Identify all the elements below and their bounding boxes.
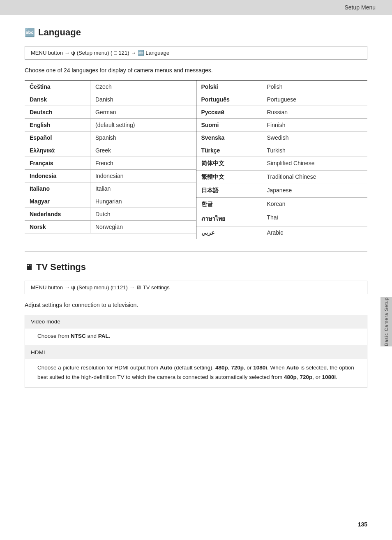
table-row: Español Spanish: [25, 132, 196, 144]
page-number: 135: [358, 521, 367, 528]
language-right-column: Polski Polish Português Portuguese Русск…: [196, 81, 368, 239]
lang-native: 한글: [196, 198, 262, 211]
lang-english: Indonesian: [90, 170, 196, 182]
lang-english: Dutch: [90, 208, 196, 220]
720p2-bold: 720p: [300, 374, 312, 380]
table-row: 简体中文 Simplified Chinese: [196, 157, 368, 171]
lang-native: Ελληνικά: [25, 144, 90, 157]
table-row: ภาษาไทย Thai: [196, 211, 368, 226]
table-row: Deutsch German: [25, 106, 196, 119]
side-tab-text: Basic Camera Setup: [384, 297, 389, 346]
menu-keyword: MENU: [31, 50, 46, 56]
table-row: Português Portuguese: [196, 93, 368, 106]
lang-native: عربي: [196, 226, 262, 239]
side-tab: Basic Camera Setup: [380, 297, 392, 346]
table-row: 日本語 Japanese: [196, 184, 368, 198]
480p2-bold: 480p: [284, 374, 297, 380]
lang-english: Arabic: [262, 226, 368, 239]
table-row: عربي Arabic: [196, 226, 368, 239]
lang-native: Dansk: [25, 93, 90, 106]
lang-native: ภาษาไทย: [196, 211, 262, 226]
video-mode-desc: Choose from NTSC and PAL.: [25, 328, 367, 346]
lang-english: Spanish: [90, 132, 196, 144]
lang-english: Greek: [90, 144, 196, 157]
hdmi-label-row: HDMI: [25, 346, 367, 359]
tv-description: Adjust settings for connection to a tele…: [25, 302, 367, 308]
lang-native: Türkçe: [196, 144, 262, 157]
lang-english: Portuguese: [262, 93, 368, 106]
lang-native: Nederlands: [25, 208, 90, 220]
tv-menu-path: MENU button → ψ (Setup menu) (□ 121) → 🖥…: [25, 281, 367, 294]
table-row: Čeština Czech: [25, 81, 196, 93]
lang-native: Deutsch: [25, 106, 90, 118]
lang-native: Français: [25, 157, 90, 169]
auto-bold: Auto: [160, 365, 173, 371]
lang-native: Suomi: [196, 119, 262, 131]
table-row: 한글 Korean: [196, 198, 368, 211]
lang-native: Magyar: [25, 195, 90, 208]
table-row: Polski Polish: [196, 81, 368, 93]
main-content: 🔤 Language MENU button → ψ (Setup menu) …: [0, 15, 392, 410]
table-row: Türkçe Turkish: [196, 144, 368, 157]
table-row: Italiano Italian: [25, 182, 196, 195]
lang-native: Indonesia: [25, 170, 90, 182]
lang-english: Traditional Chinese: [262, 171, 368, 184]
lang-english: Russian: [262, 106, 368, 118]
table-row: Indonesia Indonesian: [25, 170, 196, 182]
language-description: Choose one of 24 languages for display o…: [25, 67, 367, 74]
language-title: 🔤 Language: [25, 27, 367, 38]
table-row: 繁體中文 Traditional Chinese: [196, 171, 368, 184]
lang-english: Norwegian: [90, 221, 196, 233]
video-mode-label: Video mode: [25, 315, 367, 328]
lang-english: Danish: [90, 93, 196, 106]
language-icon: 🔤: [25, 28, 35, 37]
lang-english: Hungarian: [90, 195, 196, 208]
lang-english: Turkish: [262, 144, 368, 157]
lang-native: Italiano: [25, 182, 90, 195]
lang-english: Italian: [90, 182, 196, 195]
1080i-bold: 1080i: [253, 365, 267, 371]
language-table: Čeština Czech Dansk Danish Deutsch Germa…: [25, 80, 367, 239]
lang-native: 繁體中文: [196, 171, 262, 184]
ntsc-bold: NTSC: [71, 333, 86, 339]
lang-native: Русский: [196, 106, 262, 118]
pal-bold: PAL: [98, 333, 109, 339]
header-title: Setup Menu: [345, 4, 376, 11]
language-left-column: Čeština Czech Dansk Danish Deutsch Germa…: [25, 81, 196, 239]
lang-english: French: [90, 157, 196, 169]
video-mode-row: Video mode: [25, 315, 367, 328]
table-row: Français French: [25, 157, 196, 170]
lang-native: Čeština: [25, 81, 90, 93]
lang-native: Português: [196, 93, 262, 106]
lang-english: Czech: [90, 81, 196, 93]
hdmi-label: HDMI: [25, 346, 367, 359]
hdmi-desc-row: Choose a picture resolution for HDMI out…: [25, 359, 367, 388]
language-menu-path: MENU button → ψ (Setup menu) ( □ 121) → …: [25, 46, 367, 60]
video-mode-desc-row: Choose from NTSC and PAL.: [25, 328, 367, 346]
table-row: Русский Russian: [196, 106, 368, 119]
table-row: Norsk Norwegian: [25, 221, 196, 233]
table-row: Suomi Finnish: [196, 119, 368, 132]
tv-icon: 🖥: [25, 263, 33, 272]
tv-settings-title: 🖥 TV Settings: [25, 262, 367, 272]
lang-english: Swedish: [262, 132, 368, 144]
lang-native: Norsk: [25, 221, 90, 233]
1080i2-bold: 1080i: [322, 374, 336, 380]
section-divider: [25, 252, 367, 252]
table-row: Magyar Hungarian: [25, 195, 196, 208]
lang-english: Simplified Chinese: [262, 157, 368, 170]
hdmi-desc: Choose a picture resolution for HDMI out…: [25, 359, 367, 388]
lang-english: (default setting): [90, 119, 196, 131]
auto2-bold: Auto: [286, 365, 299, 371]
table-row: Svenska Swedish: [196, 132, 368, 144]
lang-native: Polski: [196, 81, 262, 93]
lang-english: Japanese: [262, 184, 368, 197]
lang-english: German: [90, 106, 196, 118]
top-bar: Setup Menu: [0, 0, 392, 15]
480p-bold: 480p: [215, 365, 228, 371]
lang-english: Finnish: [262, 119, 368, 131]
table-row: Ελληνικά Greek: [25, 144, 196, 157]
table-row: Nederlands Dutch: [25, 208, 196, 221]
lang-native: Español: [25, 132, 90, 144]
tv-settings-section: 🖥 TV Settings MENU button → ψ (Setup men…: [25, 262, 367, 388]
